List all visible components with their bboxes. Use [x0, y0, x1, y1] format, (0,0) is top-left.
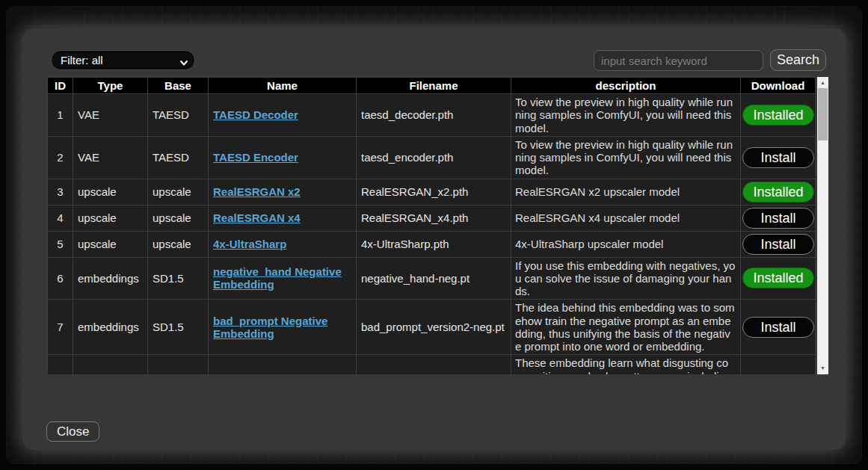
cell-type: VAE — [73, 94, 148, 137]
cell-download: Install — [741, 205, 816, 231]
scrollbar-up-arrow[interactable]: ▲ — [817, 78, 828, 88]
cell-id: 3 — [48, 179, 73, 205]
cell-filename: 4x-UltraSharp.pth — [357, 231, 511, 257]
column-header-description: description — [511, 78, 741, 94]
install-button[interactable]: Install — [742, 147, 814, 168]
cell-name: TAESD Decoder — [209, 94, 357, 137]
cell-filename: negative_hand-neg.pt — [357, 257, 511, 300]
cell-name: RealESRGAN x4 — [209, 205, 357, 231]
cell-name: 4x-UltraSharp — [209, 231, 357, 257]
cell-description: If you use this embedding with negatives… — [511, 257, 741, 300]
table-row: 5upscaleupscale4x-UltraSharp4x-UltraShar… — [48, 231, 816, 257]
cell-description: These embedding learn what disgusting co… — [511, 355, 741, 374]
cell-base: SD1.5 — [148, 300, 209, 355]
install-button[interactable]: Install — [742, 208, 814, 229]
install-button[interactable]: Install — [742, 317, 814, 338]
table-row: 6embeddingsSD1.5negative_hand Negative E… — [48, 257, 816, 300]
cell-type: embeddings — [73, 257, 148, 300]
scrollbar-thumb[interactable] — [818, 88, 828, 140]
cell-type: upscale — [73, 179, 148, 205]
table-body: 1VAETAESDTAESD Decodertaesd_decoder.pthT… — [48, 94, 816, 375]
model-name-link[interactable]: TAESD Decoder — [213, 108, 298, 121]
cell-base: upscale — [148, 231, 209, 257]
model-name-link[interactable]: bad_prompt Negative Embedding — [213, 315, 327, 340]
cell-name: bad_prompt Negative Embedding — [209, 300, 357, 355]
cell-download: Install — [741, 300, 816, 355]
model-name-link[interactable]: RealESRGAN x4 — [213, 211, 301, 224]
cell-base: SD1.5 — [148, 257, 209, 300]
cell-description: 4x-UltraSharp upscaler model — [511, 231, 741, 257]
column-header-filename: Filename — [357, 78, 511, 94]
cell-base: upscale — [148, 205, 209, 231]
cell-download: Installed — [741, 94, 816, 137]
table-row: 2VAETAESDTAESD Encodertaesd_encoder.pthT… — [48, 136, 816, 179]
model-table-wrap: ID Type Base Name Filename description D… — [47, 77, 815, 374]
cell-description: RealESRGAN x2 upscaler model — [511, 179, 741, 205]
column-header-type: Type — [73, 78, 148, 94]
model-name-link[interactable]: 4x-UltraSharp — [213, 238, 286, 250]
installed-button[interactable]: Installed — [742, 182, 814, 202]
cell-description: RealESRGAN x4 upscaler model — [511, 205, 741, 231]
cell-id — [48, 355, 73, 374]
cell-type: embeddings — [73, 300, 148, 355]
table-row: 7embeddingsSD1.5bad_prompt Negative Embe… — [48, 300, 816, 355]
cell-name: RealESRGAN x2 — [209, 179, 357, 205]
cell-download — [741, 355, 816, 374]
scrollbar-down-arrow[interactable]: ▼ — [817, 363, 828, 374]
table-row: These embedding learn what disgusting co… — [48, 355, 816, 374]
cell-id: 2 — [48, 136, 73, 179]
cell-download: Install — [741, 231, 816, 257]
installed-button[interactable]: Installed — [742, 268, 814, 288]
cell-description: To view the preview in high quality whil… — [511, 136, 741, 179]
cell-id: 5 — [48, 231, 73, 257]
cell-filename — [357, 355, 511, 374]
cell-download: Installed — [741, 257, 816, 300]
cell-download: Install — [741, 136, 816, 179]
table-header-row: ID Type Base Name Filename description D… — [48, 78, 816, 94]
column-header-base: Base — [148, 78, 209, 94]
model-name-link[interactable]: TAESD Encoder — [213, 151, 298, 164]
cell-id: 1 — [48, 94, 73, 137]
column-header-id: ID — [48, 78, 73, 94]
column-header-download: Download — [741, 78, 816, 94]
cell-base: upscale — [148, 179, 209, 205]
cell-name — [209, 355, 357, 374]
cell-base: TAESD — [148, 94, 209, 137]
table-scrollbar[interactable]: ▲ ▼ — [817, 77, 828, 374]
cell-download: Installed — [741, 179, 816, 205]
cell-type — [73, 355, 148, 374]
close-button[interactable]: Close — [46, 421, 99, 442]
cell-type: upscale — [73, 231, 148, 257]
cell-type: VAE — [73, 136, 148, 179]
cell-filename: bad_prompt_version2-neg.pt — [357, 300, 511, 355]
cell-type: upscale — [73, 205, 148, 231]
cell-filename: taesd_encoder.pth — [357, 136, 511, 179]
model-name-link[interactable]: negative_hand Negative Embedding — [213, 265, 342, 291]
cell-id: 4 — [48, 205, 73, 231]
search-input[interactable] — [594, 50, 763, 71]
cell-description: The idea behind this embedding was to so… — [511, 300, 741, 355]
cell-base: TAESD — [148, 136, 209, 179]
column-header-name: Name — [209, 78, 357, 94]
table-row: 3upscaleupscaleRealESRGAN x2RealESRGAN_x… — [48, 179, 816, 205]
cell-filename: RealESRGAN_x2.pth — [357, 179, 511, 205]
cell-name: negative_hand Negative Embedding — [209, 257, 357, 300]
table-row: 4upscaleupscaleRealESRGAN x4RealESRGAN_x… — [48, 205, 816, 231]
model-table: ID Type Base Name Filename description D… — [47, 77, 815, 374]
cell-base — [148, 355, 209, 374]
installed-button[interactable]: Installed — [742, 105, 814, 126]
cell-id: 7 — [48, 300, 73, 355]
cell-id: 6 — [48, 257, 73, 300]
model-manager-dialog: Filter: all Search ID Type Base Name Fil… — [22, 28, 846, 450]
cell-name: TAESD Encoder — [209, 136, 357, 179]
filter-dropdown-wrap: Filter: all — [51, 50, 195, 70]
search-button[interactable]: Search — [770, 49, 826, 71]
install-button[interactable]: Install — [742, 234, 814, 255]
cell-filename: taesd_decoder.pth — [357, 94, 511, 137]
table-row: 1VAETAESDTAESD Decodertaesd_decoder.pthT… — [48, 94, 816, 137]
cell-description: To view the preview in high quality whil… — [511, 94, 741, 137]
filter-dropdown[interactable]: Filter: all — [51, 50, 195, 70]
cell-filename: RealESRGAN_x4.pth — [357, 205, 511, 231]
model-name-link[interactable]: RealESRGAN x2 — [213, 185, 301, 198]
